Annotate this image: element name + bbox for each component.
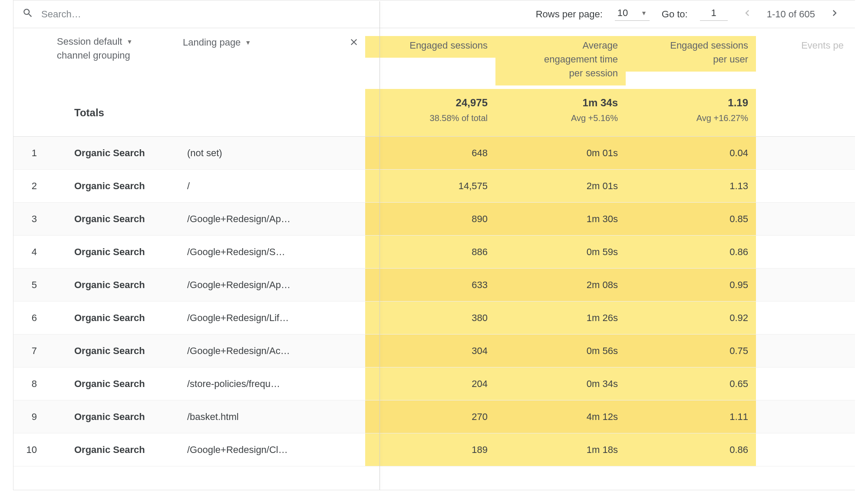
row-engaged-per-user: 0.86: [626, 433, 756, 466]
row-engaged-sessions: 380: [365, 302, 495, 334]
row-channel: Organic Search: [53, 148, 183, 159]
totals-subtext: Avg +16.27%: [634, 113, 748, 123]
row-channel: Organic Search: [53, 312, 183, 324]
table-row[interactable]: 7Organic Search/Google+Redesign/Ac…3040m…: [13, 335, 855, 367]
row-engaged-per-user: 0.92: [626, 302, 756, 334]
secondary-dimension-label: Landing page: [183, 37, 241, 48]
row-avg-engagement-time: 2m 08s: [495, 269, 626, 301]
table-row[interactable]: 3Organic Search/Google+Redesign/Ap…8901m…: [13, 203, 855, 236]
table-row[interactable]: 1Organic Search(not set)6480m 01s0.04: [13, 137, 855, 170]
row-engaged-per-user: 0.65: [626, 367, 756, 400]
row-channel: Organic Search: [53, 411, 183, 423]
row-engaged-per-user: 0.95: [626, 269, 756, 301]
row-index: 6: [13, 312, 53, 324]
search-icon: [22, 7, 33, 21]
row-engaged-per-user: 0.75: [626, 335, 756, 367]
table-row[interactable]: 2Organic Search/14,5752m 01s1.13: [13, 170, 855, 203]
row-engaged-per-user: 0.85: [626, 203, 756, 235]
row-engaged-sessions: 890: [365, 203, 495, 235]
row-avg-engagement-time: 0m 59s: [495, 236, 626, 268]
table-row[interactable]: 5Organic Search/Google+Redesign/Ap…6332m…: [13, 269, 855, 302]
row-index: 5: [13, 279, 53, 291]
totals-value: 24,975: [373, 97, 488, 109]
metric-header-line: Engaged sessions: [634, 39, 748, 52]
row-landing-page: /basket.html: [183, 411, 365, 423]
row-engaged-sessions: 304: [365, 335, 495, 367]
primary-dimension-label-line2: channel grouping: [57, 50, 183, 61]
page-range: 1-10 of 605: [767, 9, 815, 20]
metric-header-engaged-sessions[interactable]: Engaged sessions: [365, 36, 495, 58]
totals-row: Totals 24,975 38.58% of total 1m 34s Avg…: [13, 89, 855, 137]
totals-subtext: Avg +5.16%: [503, 113, 618, 123]
totals-engaged-per-user: 1.19 Avg +16.27%: [626, 89, 756, 136]
totals-subtext: 38.58% of total: [373, 113, 488, 123]
metric-header-engaged-per-user[interactable]: Engaged sessions per user: [626, 36, 756, 72]
goto-label: Go to:: [662, 9, 688, 20]
row-channel: Organic Search: [53, 444, 183, 456]
row-channel: Organic Search: [53, 180, 183, 192]
caret-down-icon: ▼: [126, 38, 132, 45]
metric-header-line: Average: [503, 39, 618, 52]
metric-header-avg-engagement-time[interactable]: Average engagement time per session: [495, 36, 626, 85]
secondary-dimension-select[interactable]: Landing page ▼: [183, 37, 251, 48]
prev-page-button[interactable]: [740, 7, 755, 22]
row-index: 9: [13, 411, 53, 423]
metric-header-events-partial[interactable]: Events pe: [756, 36, 851, 58]
row-engaged-per-user: 0.04: [626, 137, 756, 169]
rows-per-page-label: Rows per page:: [536, 9, 603, 20]
totals-value: 1.19: [634, 97, 748, 109]
row-landing-page: /Google+Redesign/Cl…: [183, 444, 365, 456]
totals-label: Totals: [53, 89, 183, 136]
row-avg-engagement-time: 2m 01s: [495, 170, 626, 202]
column-headers: Session default ▼ channel grouping Landi…: [13, 28, 855, 89]
row-engaged-per-user: 1.13: [626, 170, 756, 202]
table-row[interactable]: 10Organic Search/Google+Redesign/Cl…1891…: [13, 433, 855, 466]
goto-input[interactable]: [700, 7, 728, 21]
row-landing-page: /Google+Redesign/Lif…: [183, 312, 365, 324]
row-engaged-sessions: 633: [365, 269, 495, 301]
row-avg-engagement-time: 4m 12s: [495, 400, 626, 433]
row-landing-page: (not set): [183, 148, 365, 159]
row-index: 2: [13, 180, 53, 192]
metric-header-line: per user: [634, 52, 748, 66]
row-index: 1: [13, 148, 53, 159]
next-page-button[interactable]: [827, 7, 842, 22]
remove-secondary-dimension-button[interactable]: [349, 37, 365, 49]
row-engaged-sessions: 270: [365, 400, 495, 433]
totals-engaged-sessions: 24,975 38.58% of total: [365, 89, 495, 136]
rows-per-page-select[interactable]: 10 ▼: [615, 7, 650, 21]
report-table: Rows per page: 10 ▼ Go to: 1-10 of 605 S…: [13, 0, 855, 490]
row-engaged-per-user: 0.86: [626, 236, 756, 268]
pagination: Rows per page: 10 ▼ Go to: 1-10 of 605: [536, 7, 846, 22]
row-landing-page: /Google+Redesign/S…: [183, 246, 365, 258]
row-index: 7: [13, 345, 53, 357]
primary-dimension-select[interactable]: Session default ▼: [57, 36, 132, 47]
row-channel: Organic Search: [53, 213, 183, 225]
row-landing-page: /store-policies/frequ…: [183, 378, 365, 390]
search-input[interactable]: [41, 9, 215, 20]
row-landing-page: /Google+Redesign/Ap…: [183, 279, 365, 291]
table-row[interactable]: 8Organic Search/store-policies/frequ…204…: [13, 367, 855, 400]
row-channel: Organic Search: [53, 246, 183, 258]
secondary-dimension-header: Landing page ▼: [183, 36, 365, 49]
row-landing-page: /: [183, 180, 365, 192]
row-avg-engagement-time: 1m 26s: [495, 302, 626, 334]
caret-down-icon: ▼: [641, 10, 647, 16]
row-avg-engagement-time: 0m 34s: [495, 367, 626, 400]
row-avg-engagement-time: 1m 18s: [495, 433, 626, 466]
row-avg-engagement-time: 1m 30s: [495, 203, 626, 235]
row-engaged-sessions: 189: [365, 433, 495, 466]
metric-header-line: per session: [503, 66, 618, 80]
row-channel: Organic Search: [53, 279, 183, 291]
row-engaged-sessions: 204: [365, 367, 495, 400]
caret-down-icon: ▼: [245, 39, 251, 46]
metric-header-line: engagement time: [503, 52, 618, 66]
row-avg-engagement-time: 0m 56s: [495, 335, 626, 367]
totals-avg-engagement-time: 1m 34s Avg +5.16%: [495, 89, 626, 136]
table-row[interactable]: 6Organic Search/Google+Redesign/Lif…3801…: [13, 302, 855, 335]
row-engaged-per-user: 1.11: [626, 400, 756, 433]
table-row[interactable]: 4Organic Search/Google+Redesign/S…8860m …: [13, 236, 855, 269]
rows-per-page-value: 10: [617, 7, 628, 19]
table-row[interactable]: 9Organic Search/basket.html2704m 12s1.11: [13, 400, 855, 433]
row-index: 3: [13, 213, 53, 225]
